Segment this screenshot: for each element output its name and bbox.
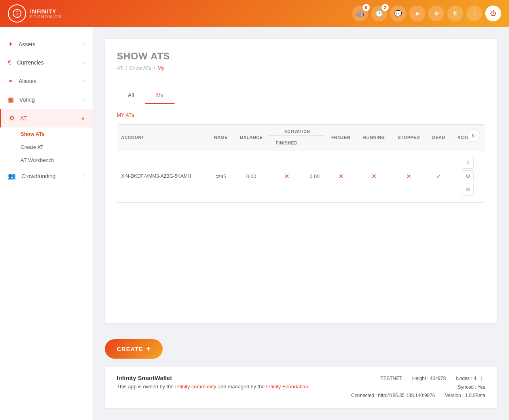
sidebar: ✦ Assets › € Currencies › ⚭ Aliases › ▦ …	[0, 27, 93, 420]
section-title: MY ATs	[117, 112, 485, 118]
cell-running: ✕	[357, 150, 391, 202]
header-icon-group: 🤖 0 🕐 2 💬 ➤ ✳ € ⋮ ⏻	[352, 6, 501, 21]
send-icon-button[interactable]: ➤	[409, 6, 425, 21]
cell-actions: ≡ ⚙ ⚙	[451, 150, 485, 202]
sidebar-item-currencies[interactable]: € Currencies ›	[0, 53, 93, 72]
footer-network: TESTNET	[380, 376, 402, 381]
sidebar-item-at[interactable]: ⚙ AT ∨	[0, 109, 93, 127]
crowdfunding-icon: 👥	[8, 172, 16, 180]
footer-connected-row: Connected : http://185.35.138.140:9876 |…	[351, 391, 485, 400]
sidebar-item-aliases[interactable]: ⚭ Aliases ›	[0, 72, 93, 90]
currencies-icon: €	[8, 59, 11, 66]
at-table: ACCOUNT NAME BALANCE ACTIVATION FROZEN R…	[117, 125, 485, 202]
create-label: CREATE	[117, 346, 143, 352]
robot-icon-button[interactable]: 🤖 0	[352, 6, 368, 21]
section-title-suffix: s	[132, 112, 135, 118]
footer-version-label: Version :	[445, 393, 464, 398]
sidebar-label-aliases: Aliases	[19, 78, 36, 84]
power-icon: ⏻	[490, 10, 496, 17]
robot-icon: 🤖	[356, 10, 364, 17]
footer-app-name: Infinity SmartWallet	[117, 374, 310, 381]
refresh-icon: ↻	[471, 133, 476, 139]
asterisk-icon: ✳	[434, 10, 439, 17]
power-icon-button[interactable]: ⏻	[485, 6, 501, 21]
sidebar-sub-at-workbench[interactable]: AT Workbench	[21, 154, 93, 167]
col-running: RUNNING	[357, 125, 391, 150]
cell-frozen: ✕	[325, 150, 357, 202]
assets-icon: ✦	[8, 40, 13, 48]
footer-community-link[interactable]: Infinity community	[175, 384, 216, 390]
create-button[interactable]: CREATE +	[105, 339, 163, 359]
divider	[117, 79, 485, 79]
sidebar-sub-at: Show ATs Create AT AT Workbench	[0, 127, 93, 167]
logo-text-block: INFINITY ECONOMICS	[30, 8, 62, 19]
col-account: ACCOUNT	[117, 125, 208, 150]
footer-connected-label: Connected :	[351, 393, 377, 398]
sidebar-label-currencies: Currencies	[17, 59, 44, 66]
euro-icon-button[interactable]: €	[447, 6, 463, 21]
logo-icon: i	[8, 4, 26, 23]
logo-name: INFINITY	[30, 8, 62, 15]
cell-dead: ✓	[426, 150, 451, 202]
list-icon: ≡	[466, 160, 469, 166]
footer-foundation-link[interactable]: Infinity Foundation	[266, 384, 308, 390]
sidebar-label-assets: Assets	[19, 41, 35, 48]
action-list-button[interactable]: ≡	[462, 157, 474, 169]
asterisk-icon-button[interactable]: ✳	[428, 6, 444, 21]
col-stopped: STOPPED	[391, 125, 427, 150]
sidebar-item-crowdfunding[interactable]: 👥 Crowdfunding ›	[0, 167, 93, 185]
logo-sub: ECONOMICS	[30, 15, 62, 19]
chevron-right-icon-3: ›	[83, 78, 85, 84]
footer-synced-label: Synced :	[458, 384, 477, 390]
footer-height-label: Height :	[412, 376, 429, 381]
at-table-wrapper: ↻ ACCOUNT NAME BALANCE ACTIVATION FROZEN…	[117, 124, 485, 203]
create-btn-wrapper: CREATE +	[105, 331, 497, 359]
chat-icon-button[interactable]: 💬	[390, 6, 406, 21]
page-card: SHOW ATS AT / Show ATs / My All My MY AT…	[105, 39, 497, 323]
footer-right: TESTNET | Height : 404978 | Nodes : 4 | …	[351, 374, 485, 400]
plus-icon: +	[146, 345, 151, 353]
page-title: SHOW ATS	[117, 51, 485, 62]
action-settings2-button[interactable]: ⚙	[462, 184, 474, 196]
app-header: i INFINITY ECONOMICS 🤖 0 🕐 2 💬 ➤ ✳	[0, 0, 509, 27]
footer-network-row: TESTNET | Height : 404978 | Nodes : 4 |	[351, 374, 485, 383]
sidebar-item-voting[interactable]: ▦ Voting ›	[0, 90, 93, 109]
clock-badge: 2	[382, 4, 389, 11]
chevron-right-icon-2: ›	[83, 60, 85, 65]
cell-finished: ✕	[269, 150, 304, 202]
col-activation-amount	[304, 136, 325, 150]
clock-icon: 🕐	[375, 10, 383, 17]
footer-height-value: 404978	[430, 376, 446, 381]
tabs: All My	[117, 87, 485, 104]
table-row: XIN-DKDF-VMM3-A2BG-5KAMH cz45 0.00 ✕ 0.0…	[117, 150, 485, 202]
sidebar-sub-show-ats[interactable]: Show ATs	[21, 127, 93, 141]
main-layout: ✦ Assets › € Currencies › ⚭ Aliases › ▦ …	[0, 27, 509, 420]
cell-balance: 0.00	[234, 150, 269, 202]
euro-icon: €	[454, 10, 457, 17]
cell-activation-amount: 0.00	[304, 150, 325, 202]
breadcrumb-at: AT	[117, 65, 123, 71]
footer-desc-mid: and managed by the	[218, 384, 266, 390]
col-name: NAME	[208, 125, 234, 150]
footer-synced-row: Synced : Yes	[351, 383, 485, 392]
footer-desc-prefix: This app is owned by the	[117, 384, 174, 390]
sidebar-item-assets[interactable]: ✦ Assets ›	[0, 35, 93, 53]
refresh-button[interactable]: ↻	[467, 129, 480, 142]
more-icon: ⋮	[471, 10, 477, 17]
col-frozen: FROZEN	[325, 125, 357, 150]
sidebar-label-crowdfunding: Crowdfunding	[21, 173, 55, 179]
clock-icon-button[interactable]: 🕐 2	[371, 6, 387, 21]
sidebar-sub-create-at[interactable]: Create AT	[21, 141, 93, 154]
col-balance: BALANCE	[234, 125, 269, 150]
sidebar-label-voting: Voting	[19, 97, 35, 103]
footer-left: Infinity SmartWallet This app is owned b…	[117, 374, 310, 390]
chevron-right-icon: ›	[83, 42, 85, 47]
col-dead: DEAD	[426, 125, 451, 150]
tab-all[interactable]: All	[117, 87, 145, 104]
sidebar-label-at: AT	[20, 115, 27, 122]
more-icon-button[interactable]: ⋮	[466, 6, 482, 21]
breadcrumb-my: My	[158, 65, 164, 71]
footer-synced-value: Yes	[477, 384, 485, 390]
tab-my[interactable]: My	[145, 87, 175, 104]
action-settings-button[interactable]: ⚙	[462, 170, 474, 182]
